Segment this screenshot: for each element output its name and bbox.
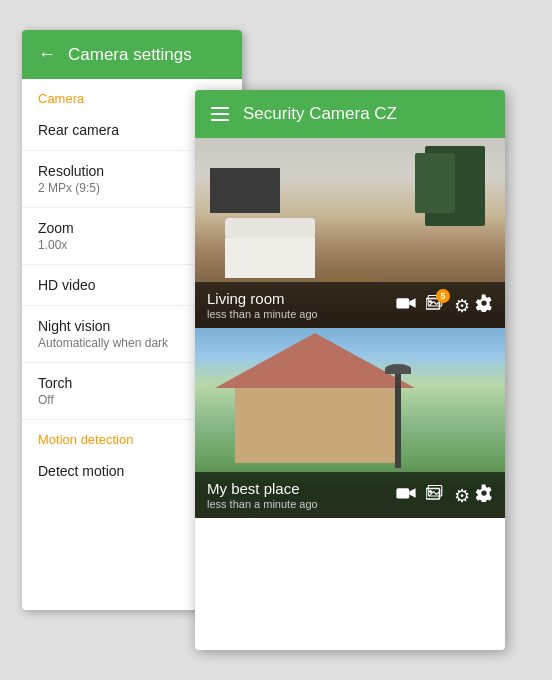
- living-room-name: Living room: [207, 290, 396, 307]
- my-best-place-info: My best place less than a minute ago: [207, 480, 396, 510]
- my-best-place-settings-button[interactable]: [454, 484, 493, 507]
- my-best-place-time: less than a minute ago: [207, 498, 396, 510]
- back-button[interactable]: ←: [38, 44, 56, 65]
- living-room-time: less than a minute ago: [207, 308, 396, 320]
- my-best-place-card-footer: My best place less than a minute ago: [195, 472, 505, 518]
- living-room-badge: 5: [436, 289, 450, 303]
- my-best-place-name: My best place: [207, 480, 396, 497]
- settings-title: Camera settings: [68, 45, 192, 65]
- svg-rect-8: [396, 488, 409, 498]
- sofa: [225, 233, 315, 278]
- svg-line-13: [433, 491, 436, 494]
- living-room-settings-button[interactable]: [454, 294, 493, 317]
- svg-rect-0: [396, 298, 409, 308]
- house-shape: [235, 383, 395, 463]
- security-header: Security Camera CZ: [195, 90, 505, 138]
- hamburger-line-3: [211, 119, 229, 121]
- living-room-camera-button[interactable]: [396, 295, 416, 316]
- living-room-info: Living room less than a minute ago: [207, 290, 396, 320]
- living-room-card: Living room less than a minute ago: [195, 138, 505, 328]
- svg-marker-1: [409, 298, 415, 308]
- svg-point-15: [429, 490, 432, 493]
- tv-stand: [210, 168, 280, 213]
- hamburger-line-1: [211, 107, 229, 109]
- my-best-place-card: My best place less than a minute ago: [195, 328, 505, 518]
- living-room-actions: 5: [396, 294, 493, 317]
- my-best-place-gallery-button[interactable]: [426, 485, 444, 506]
- living-room-card-footer: Living room less than a minute ago: [195, 282, 505, 328]
- hamburger-line-2: [211, 113, 229, 115]
- svg-line-14: [436, 492, 438, 494]
- settings-header: ← Camera settings: [22, 30, 242, 79]
- lamppost: [395, 368, 401, 468]
- svg-point-7: [429, 300, 432, 303]
- svg-marker-9: [409, 488, 415, 498]
- svg-line-5: [433, 301, 436, 304]
- hamburger-menu-button[interactable]: [211, 107, 229, 121]
- house-roof: [215, 333, 415, 388]
- security-camera-title: Security Camera CZ: [243, 104, 397, 124]
- security-camera-panel: Security Camera CZ Living room less than…: [195, 90, 505, 650]
- svg-line-6: [436, 302, 438, 304]
- living-room-gallery-button[interactable]: 5: [426, 295, 444, 316]
- my-best-place-actions: [396, 484, 493, 507]
- my-best-place-camera-button[interactable]: [396, 485, 416, 506]
